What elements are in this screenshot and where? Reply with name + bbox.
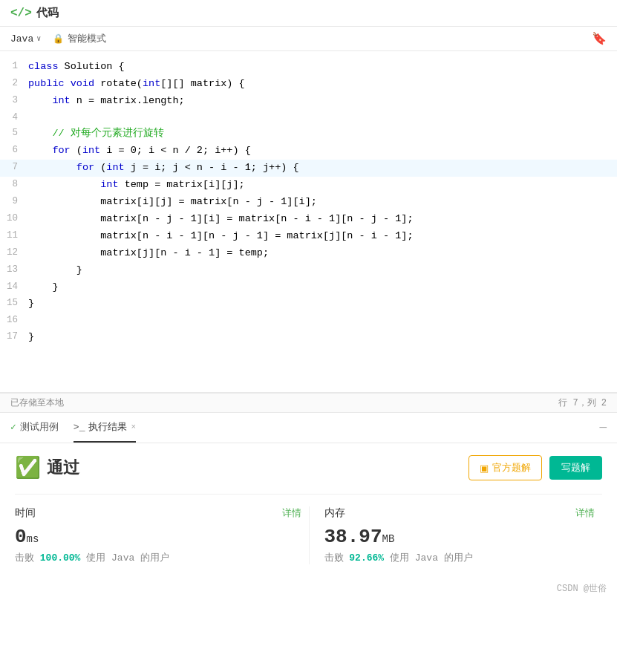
time-stat-col: 时间 详情 0ms 击败 100.00% 使用 Java 的用户 (15, 506, 309, 564)
result-header: ✅ 通过 ▣ 官方题解 写题解 (15, 455, 602, 480)
check-icon: ✓ (10, 421, 16, 433)
mem-value: 38.97MB (324, 526, 595, 548)
mem-label-row: 内存 详情 (324, 506, 595, 520)
line-content: for (int i = 0; i < n / 2; i++) { (28, 143, 617, 160)
line-number: 6 (0, 143, 28, 158)
panel-collapse-icon[interactable]: — (599, 421, 607, 434)
code-line-9: 9 matrix[i][j] = matrix[n - j - 1][i]; (0, 194, 617, 211)
line-number: 13 (0, 262, 28, 278)
line-content: matrix[n - i - 1][n - j - 1] = matrix[j]… (28, 228, 617, 245)
code-icon: </> (10, 7, 32, 20)
tab-test-cases[interactable]: ✓ 测试用例 (10, 413, 59, 443)
smart-mode: 🔒 智能模式 (53, 32, 106, 45)
code-line-13: 13 } (0, 262, 617, 279)
line-content: } (28, 279, 617, 296)
language-selector[interactable]: Java ∨ (10, 33, 41, 45)
language-label: Java (10, 33, 33, 45)
time-label-row: 时间 详情 (15, 506, 301, 520)
line-content: } (28, 329, 617, 346)
lock-icon: 🔒 (53, 33, 64, 45)
line-content: int temp = matrix[i][j]; (28, 177, 617, 194)
header-title: </> 代码 (10, 6, 59, 20)
line-content: for (int j = i; j < n - i - 1; j++) { (28, 160, 617, 177)
toolbar: Java ∨ 🔒 智能模式 🔖 (0, 27, 617, 51)
code-line-10: 10 matrix[n - j - 1][i] = matrix[n - i -… (0, 211, 617, 228)
mem-detail-link[interactable]: 详情 (575, 506, 595, 520)
result-area: ✅ 通过 ▣ 官方题解 写题解 时间 详情 0ms (0, 443, 617, 576)
line-content: } (28, 296, 617, 313)
tab-exec-result[interactable]: >_ 执行结果 × (74, 413, 136, 443)
bottom-tabs: ✓ 测试用例 >_ 执行结果 × — (0, 413, 617, 443)
time-detail-link[interactable]: 详情 (282, 506, 301, 520)
code-line-12: 12 matrix[j][n - i - 1] = temp; (0, 245, 617, 262)
mem-sub: 击败 92.66% 使用 Java 的用户 (324, 551, 595, 564)
line-content: int n = matrix.length; (28, 93, 617, 110)
code-line-2: 2public void rotate(int[][] matrix) { (0, 76, 617, 93)
code-line-8: 8 int temp = matrix[i][j]; (0, 177, 617, 194)
line-number: 8 (0, 177, 28, 192)
tab-exec-result-label: 执行结果 (88, 420, 127, 434)
write-solution-button[interactable]: 写题解 (549, 456, 602, 480)
chevron-down-icon: ∨ (36, 34, 41, 43)
code-line-14: 14 } (0, 279, 617, 296)
line-number: 16 (0, 313, 28, 328)
line-number: 12 (0, 245, 28, 261)
status-saved: 已存储至本地 (10, 397, 64, 409)
time-sub: 击败 100.00% 使用 Java 的用户 (15, 551, 301, 564)
header-title-text: 代码 (36, 6, 59, 20)
mem-stat-col: 内存 详情 38.97MB 击败 92.66% 使用 Java 的用户 (309, 506, 603, 564)
code-line-11: 11 matrix[n - i - 1][n - j - 1] = matrix… (0, 228, 617, 245)
code-line-4: 4 (0, 110, 617, 125)
line-content: matrix[n - j - 1][i] = matrix[n - i - 1]… (28, 211, 617, 228)
status-bar: 已存储至本地 行 7，列 2 (0, 393, 617, 413)
line-content: public void rotate(int[][] matrix) { (28, 76, 617, 93)
result-actions: ▣ 官方题解 写题解 (469, 455, 602, 480)
line-content: matrix[j][n - i - 1] = temp; (28, 245, 617, 262)
code-line-3: 3 int n = matrix.length; (0, 93, 617, 110)
bottom-panel: ✓ 测试用例 >_ 执行结果 × — ✅ 通过 ▣ 官方题解 写题解 (0, 413, 617, 576)
pass-icon: ✅ (15, 455, 41, 480)
line-number: 15 (0, 296, 28, 311)
toolbar-right: 🔖 (592, 31, 607, 46)
status-cursor: 行 7，列 2 (558, 397, 607, 409)
time-value: 0ms (15, 526, 301, 548)
pass-label: 通过 (47, 457, 79, 479)
header: </> 代码 (0, 0, 617, 27)
line-number: 9 (0, 194, 28, 209)
tab-test-cases-label: 测试用例 (20, 420, 59, 434)
line-number: 3 (0, 93, 28, 108)
code-line-5: 5 // 对每个元素进行旋转 (0, 125, 617, 143)
code-line-1: 1class Solution { (0, 59, 617, 76)
line-content: // 对每个元素进行旋转 (28, 125, 617, 143)
mode-label: 智能模式 (68, 32, 106, 45)
tab-exec-close-icon[interactable]: × (131, 423, 136, 431)
line-number: 11 (0, 228, 28, 244)
line-content: matrix[i][j] = matrix[n - j - 1][i]; (28, 194, 617, 211)
footer: CSDN @世俗 (0, 576, 617, 601)
line-number: 1 (0, 59, 28, 74)
line-number: 4 (0, 110, 28, 125)
terminal-icon: >_ (74, 422, 85, 433)
official-solution-icon: ▣ (480, 463, 489, 474)
code-line-6: 6 for (int i = 0; i < n / 2; i++) { (0, 143, 617, 160)
code-line-17: 17} (0, 329, 617, 346)
time-label: 时间 (15, 506, 36, 520)
line-number: 7 (0, 160, 28, 175)
line-number: 17 (0, 329, 28, 345)
bookmark-icon[interactable]: 🔖 (592, 31, 607, 46)
official-solution-button[interactable]: ▣ 官方题解 (469, 455, 542, 480)
line-number: 10 (0, 211, 28, 226)
code-line-15: 15} (0, 296, 617, 313)
line-number: 2 (0, 76, 28, 91)
line-content: class Solution { (28, 59, 617, 76)
line-number: 14 (0, 279, 28, 295)
code-line-7: 7 for (int j = i; j < n - i - 1; j++) { (0, 160, 617, 177)
footer-text: CSDN @世俗 (557, 584, 607, 594)
code-line-16: 16 (0, 313, 617, 328)
pass-badge: ✅ 通过 (15, 455, 79, 480)
line-content: } (28, 262, 617, 279)
code-editor[interactable]: 1class Solution {2public void rotate(int… (0, 51, 617, 393)
stats-grid: 时间 详情 0ms 击败 100.00% 使用 Java 的用户 内存 详情 (15, 494, 602, 564)
mem-label: 内存 (324, 506, 345, 520)
line-number: 5 (0, 125, 28, 141)
